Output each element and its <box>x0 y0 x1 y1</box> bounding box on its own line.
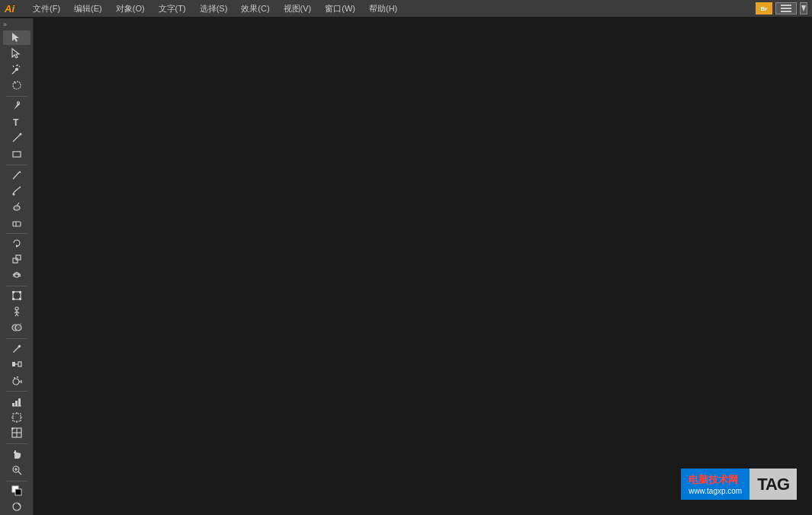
rectangle-tool-btn[interactable] <box>3 146 30 162</box>
hand-tool-btn[interactable] <box>3 446 30 462</box>
svg-marker-3 <box>801 5 806 11</box>
svg-marker-26 <box>16 245 18 248</box>
svg-rect-24 <box>13 222 21 226</box>
workspace-button[interactable] <box>775 2 797 14</box>
svg-point-42 <box>15 325 21 331</box>
column-graph-tool-btn[interactable] <box>3 394 30 409</box>
eyedropper-tool-btn[interactable] <box>3 341 30 357</box>
tool-separator-4 <box>6 286 27 286</box>
svg-point-21 <box>12 194 14 196</box>
svg-rect-55 <box>12 403 14 406</box>
svg-rect-57 <box>18 398 21 406</box>
menu-effect[interactable]: 效果(C) <box>237 2 273 16</box>
svg-rect-33 <box>12 298 14 300</box>
svg-rect-32 <box>19 291 21 293</box>
workspace-dropdown[interactable] <box>800 2 807 14</box>
svg-text:T: T <box>13 117 19 128</box>
lasso-tool-btn[interactable] <box>3 78 30 93</box>
watermark-url: www.tagxp.com <box>688 487 742 495</box>
menu-view[interactable]: 视图(V) <box>280 2 316 16</box>
svg-line-23 <box>17 203 19 206</box>
svg-rect-34 <box>19 298 21 300</box>
svg-rect-47 <box>12 362 15 366</box>
watermark-tag: TAG <box>749 469 797 500</box>
menu-select[interactable]: 选择(S) <box>196 2 232 16</box>
menu-object[interactable]: 对象(O) <box>112 2 149 16</box>
svg-point-22 <box>14 206 20 210</box>
menu-edit[interactable]: 编辑(E) <box>70 2 106 16</box>
svg-line-10 <box>13 66 14 67</box>
svg-rect-28 <box>16 255 21 260</box>
svg-rect-2 <box>781 11 791 12</box>
artboard-tool-btn[interactable] <box>3 410 30 425</box>
symbol-sprayer-tool-btn[interactable] <box>3 373 30 388</box>
svg-marker-4 <box>12 33 19 42</box>
watermark-text: 电脑技术网 www.tagxp.com <box>681 469 749 500</box>
watermark-tag-text: TAG <box>757 475 789 494</box>
svg-line-9 <box>19 66 20 67</box>
svg-rect-56 <box>15 401 18 406</box>
pencil-tool-btn[interactable] <box>3 167 30 182</box>
eraser-tool-btn[interactable] <box>3 215 30 230</box>
menu-window[interactable]: 窗口(W) <box>321 2 359 16</box>
svg-rect-17 <box>13 152 21 157</box>
magic-wand-tool-btn[interactable] <box>3 62 30 77</box>
svg-marker-5 <box>12 49 19 58</box>
bridge-button[interactable]: Br <box>756 2 772 14</box>
menu-type[interactable]: 文字(T) <box>155 2 190 16</box>
svg-rect-27 <box>13 258 18 263</box>
paintbrush-tool-btn[interactable] <box>3 183 30 198</box>
tool-separator-6 <box>6 391 27 392</box>
shape-builder-tool-btn[interactable] <box>3 320 30 335</box>
color-mode-btn[interactable] <box>3 499 30 514</box>
svg-rect-59 <box>13 414 21 421</box>
tool-separator-3 <box>6 233 27 234</box>
watermark: 电脑技术网 www.tagxp.com TAG <box>681 469 797 500</box>
selection-tool-btn[interactable] <box>3 30 30 46</box>
svg-line-20 <box>13 178 14 179</box>
tool-separator-8 <box>6 481 27 481</box>
svg-rect-0 <box>781 5 791 6</box>
warp-tool-btn[interactable] <box>3 267 30 283</box>
tool-separator-1 <box>6 96 27 97</box>
zoom-tool-btn[interactable] <box>3 462 30 478</box>
svg-line-44 <box>14 347 19 352</box>
title-bar-right: Br <box>756 2 807 14</box>
svg-rect-48 <box>18 362 21 366</box>
svg-point-54 <box>17 376 18 378</box>
toolbar: » <box>0 18 34 515</box>
svg-point-35 <box>15 307 18 310</box>
svg-point-53 <box>14 377 15 379</box>
rotate-tool-btn[interactable] <box>3 235 30 251</box>
line-tool-btn[interactable] <box>3 130 30 146</box>
blob-brush-tool-btn[interactable] <box>3 199 30 214</box>
svg-line-40 <box>17 314 18 316</box>
pen-tool-btn[interactable] <box>3 98 30 114</box>
svg-rect-73 <box>15 489 21 495</box>
puppet-warp-tool-btn[interactable] <box>3 304 30 319</box>
type-tool-btn[interactable]: T <box>3 114 30 130</box>
svg-point-16 <box>19 133 21 135</box>
menu-help[interactable]: 帮助(H) <box>365 2 401 16</box>
blend-tool-btn[interactable] <box>3 357 30 373</box>
free-transform-tool-btn[interactable] <box>3 289 30 304</box>
tool-separator-7 <box>6 443 27 444</box>
tool-separator-5 <box>6 338 27 339</box>
toolbar-collapse[interactable]: » <box>0 20 33 29</box>
scale-tool-btn[interactable] <box>3 251 30 267</box>
canvas-area[interactable] <box>34 18 812 515</box>
svg-line-69 <box>18 472 21 475</box>
watermark-site-name: 电脑技术网 <box>688 473 742 487</box>
collapse-icon: » <box>3 21 7 28</box>
menu-file[interactable]: 文件(F) <box>29 2 64 16</box>
svg-point-11 <box>15 68 18 70</box>
main-layout: » <box>0 18 812 515</box>
title-bar: Ai 文件(F) 编辑(E) 对象(O) 文字(T) 选择(S) 效果(C) 视… <box>0 0 812 17</box>
svg-line-19 <box>20 171 21 173</box>
slice-tool-btn[interactable] <box>3 425 30 440</box>
fill-stroke-btn[interactable] <box>3 483 30 498</box>
svg-line-18 <box>14 171 20 178</box>
direct-selection-tool-btn[interactable] <box>3 46 30 61</box>
svg-point-50 <box>13 379 19 385</box>
svg-line-15 <box>13 134 21 142</box>
